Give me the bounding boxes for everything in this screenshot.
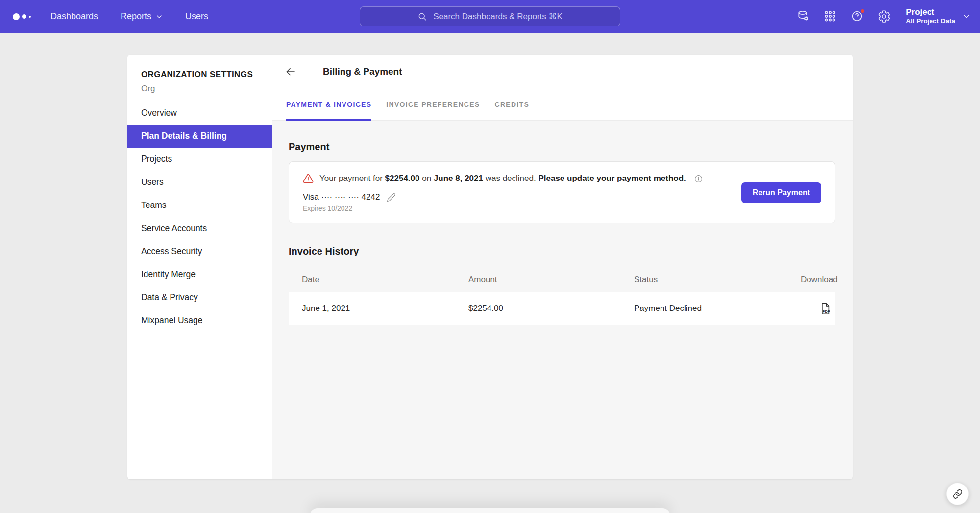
- table-row: June 1, 2021 $2254.00 Payment Declined P…: [289, 292, 835, 325]
- bottom-toast-shadow: [310, 508, 670, 513]
- sidebar-item-data-privacy[interactable]: Data & Privacy: [127, 286, 272, 309]
- warning-triangle-icon: [303, 173, 314, 184]
- sidebar-item-projects[interactable]: Projects: [127, 148, 272, 171]
- alert-date: June 8, 2021: [434, 174, 483, 183]
- download-pdf-button[interactable]: PDF: [818, 302, 832, 315]
- page-title: Billing & Payment: [309, 66, 402, 77]
- link-icon: [953, 489, 963, 499]
- nav-reports[interactable]: Reports: [121, 11, 163, 22]
- alert-cta: Please update your payment method.: [538, 174, 686, 183]
- project-label: Project: [906, 7, 955, 17]
- tab-invoice-preferences[interactable]: INVOICE PREFERENCES: [386, 88, 480, 120]
- sidebar-item-service-accounts[interactable]: Service Accounts: [127, 217, 272, 240]
- nav-users[interactable]: Users: [185, 11, 208, 22]
- arrow-left-icon: [285, 66, 296, 77]
- search-input[interactable]: Search Dashboards & Reports ⌘K: [360, 6, 620, 26]
- sidebar-item-identity-merge[interactable]: Identity Merge: [127, 263, 272, 286]
- svg-text:PDF: PDF: [823, 309, 830, 313]
- cell-amount: $2254.00: [468, 304, 634, 313]
- sidebar-org-name: Org: [127, 84, 272, 94]
- back-button[interactable]: [272, 55, 309, 88]
- column-amount: Amount: [468, 275, 634, 284]
- sidebar-item-mixpanel-usage[interactable]: Mixpanel Usage: [127, 309, 272, 332]
- pencil-edit-icon: [387, 193, 396, 202]
- alert-text: Your payment for $2254.00 on June 8, 202…: [319, 174, 686, 183]
- pdf-file-icon: PDF: [818, 302, 832, 315]
- sidebar-item-access-security[interactable]: Access Security: [127, 240, 272, 263]
- settings-panel: ORGANIZATION SETTINGS Org Overview Plan …: [127, 55, 853, 479]
- project-value: All Project Data: [906, 17, 955, 26]
- cell-date: June 1, 2021: [302, 304, 468, 313]
- column-status: Status: [634, 275, 801, 284]
- tab-payment-invoices[interactable]: PAYMENT & INVOICES: [286, 88, 371, 120]
- card-expiry: Expires 10/2022: [303, 205, 703, 212]
- info-circle-icon[interactable]: [694, 174, 703, 183]
- payment-section-heading: Payment: [289, 141, 835, 153]
- page-header: Billing & Payment: [272, 55, 853, 88]
- payment-card-left: Your payment for $2254.00 on June 8, 202…: [303, 173, 703, 212]
- invoice-history-heading: Invoice History: [289, 246, 835, 257]
- sidebar-item-overview[interactable]: Overview: [127, 102, 272, 125]
- settings-gear-icon[interactable]: [877, 9, 891, 23]
- sidebar-item-users[interactable]: Users: [127, 171, 272, 194]
- org-settings-sidebar: ORGANIZATION SETTINGS Org Overview Plan …: [127, 55, 272, 479]
- billing-main: Billing & Payment PAYMENT & INVOICES INV…: [272, 55, 853, 479]
- top-nav: Dashboards Reports Users: [50, 11, 208, 22]
- topbar: Dashboards Reports Users Search Dashboar…: [0, 0, 980, 33]
- share-link-button[interactable]: [946, 483, 969, 505]
- search-icon: [417, 12, 427, 22]
- invoice-table: Date Amount Status Download June 1, 2021…: [289, 267, 835, 325]
- data-settings-icon[interactable]: [796, 9, 810, 23]
- tab-credits[interactable]: CREDITS: [495, 88, 530, 120]
- tab-content: Payment Your payment for $2254.00 on J: [272, 121, 853, 479]
- alert-amount: $2254.00: [385, 174, 420, 183]
- payment-method-row: Visa ···· ···· ···· 4242: [303, 192, 703, 202]
- nav-users-label: Users: [185, 11, 208, 22]
- notification-dot: [860, 8, 865, 14]
- edit-payment-method-button[interactable]: [387, 193, 396, 202]
- payment-card: Your payment for $2254.00 on June 8, 202…: [289, 161, 835, 223]
- sidebar-title: ORGANIZATION SETTINGS: [127, 70, 272, 79]
- invoice-table-header: Date Amount Status Download: [289, 267, 835, 292]
- column-date: Date: [302, 275, 468, 284]
- cell-download: PDF: [801, 302, 832, 315]
- sidebar-item-plan-details-billing[interactable]: Plan Details & Billing: [127, 125, 272, 148]
- rerun-payment-button[interactable]: Rerun Payment: [741, 182, 821, 203]
- sidebar-menu: Overview Plan Details & Billing Projects…: [127, 102, 272, 332]
- chevron-down-icon: [963, 13, 970, 20]
- apps-grid-icon[interactable]: [823, 9, 837, 23]
- nav-reports-label: Reports: [121, 11, 151, 22]
- topbar-right: Project All Project Data: [796, 7, 970, 26]
- payment-declined-alert: Your payment for $2254.00 on June 8, 202…: [303, 173, 703, 184]
- column-download: Download: [801, 275, 838, 284]
- chevron-down-icon: [156, 13, 163, 20]
- search-placeholder: Search Dashboards & Reports ⌘K: [433, 11, 563, 22]
- billing-tabs: PAYMENT & INVOICES INVOICE PREFERENCES C…: [272, 88, 853, 121]
- card-number: Visa ···· ···· ···· 4242: [303, 192, 380, 202]
- mixpanel-logo-icon[interactable]: [13, 13, 31, 20]
- help-icon[interactable]: [850, 9, 864, 23]
- nav-dashboards[interactable]: Dashboards: [50, 11, 98, 22]
- cell-status: Payment Declined: [634, 304, 801, 313]
- nav-dashboards-label: Dashboards: [50, 11, 98, 22]
- project-selector[interactable]: Project All Project Data: [906, 7, 970, 26]
- sidebar-item-teams[interactable]: Teams: [127, 194, 272, 217]
